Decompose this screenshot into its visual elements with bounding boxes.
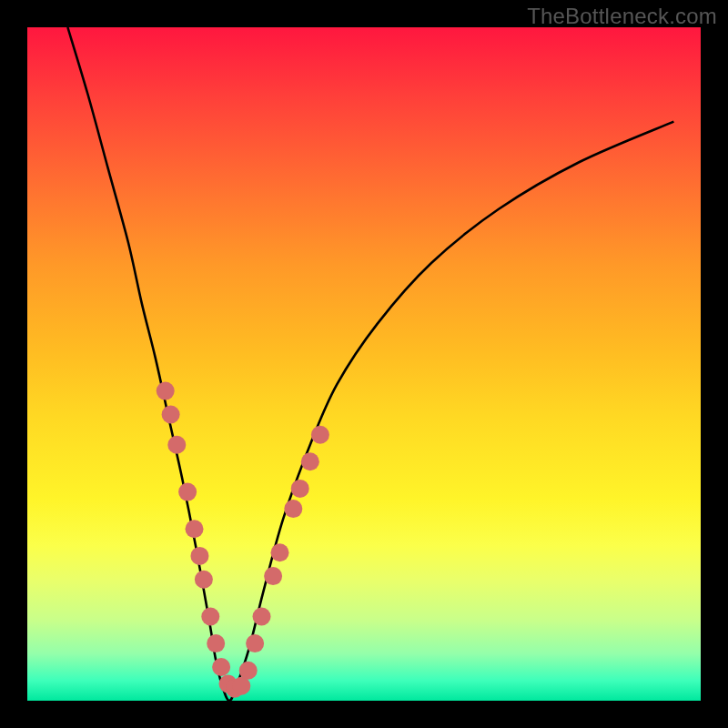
data-marker — [195, 571, 213, 589]
data-marker — [157, 382, 175, 400]
data-marker — [239, 662, 258, 680]
data-marker — [212, 658, 230, 676]
data-marker — [301, 452, 319, 470]
data-marker — [178, 483, 197, 501]
data-marker — [232, 677, 250, 695]
chart-svg — [27, 27, 701, 701]
data-marker — [291, 480, 309, 498]
data-marker — [264, 567, 282, 585]
data-marker — [271, 543, 289, 561]
data-marker — [167, 436, 186, 454]
data-marker — [284, 500, 302, 518]
data-marker — [207, 634, 225, 652]
data-marker — [201, 608, 219, 626]
plot-area — [27, 27, 701, 701]
curve-layer — [67, 27, 673, 701]
data-marker — [186, 520, 204, 538]
markers-layer — [157, 382, 329, 698]
data-marker — [246, 634, 264, 652]
data-marker — [253, 608, 271, 626]
data-marker — [190, 547, 208, 565]
chart-frame: TheBottleneck.com — [0, 0, 728, 728]
bottleneck-curve — [67, 27, 673, 701]
data-marker — [311, 426, 329, 444]
data-marker — [162, 406, 180, 424]
watermark: TheBottleneck.com — [527, 4, 717, 29]
